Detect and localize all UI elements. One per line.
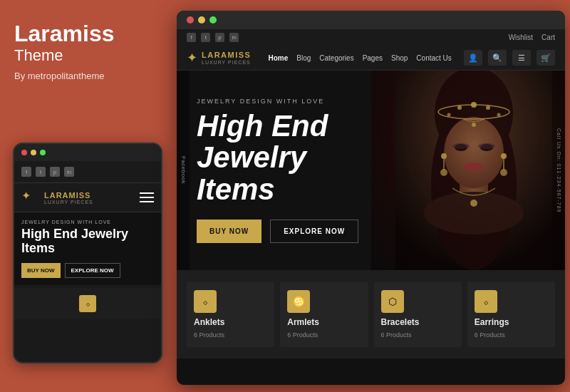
hero-label: JEWELRY DESIGN WITH LOVE [197, 98, 376, 105]
mobile-buy-button[interactable]: BUY NOW [21, 263, 61, 278]
mobile-hero-title: High End Jewelry Items [21, 227, 154, 256]
search-icon[interactable]: 🔍 [488, 50, 507, 66]
armlets-name: Armlets [287, 317, 319, 327]
mobile-logo-area: ✦ LARAMISS LUXURY PIECES [14, 183, 161, 212]
cart-icon[interactable]: 🛒 [537, 50, 555, 66]
desktop-dot-yellow [198, 16, 205, 24]
nav-categories[interactable]: Categories [319, 54, 353, 62]
nav-home[interactable]: Home [268, 54, 288, 62]
buy-now-button[interactable]: BUY NOW [197, 220, 261, 243]
mobile-explore-button[interactable]: EXPLORE NOW [65, 263, 120, 278]
hero-social-sidebar: Facebook [177, 71, 190, 270]
earrings-name: Earrings [475, 317, 509, 327]
nav-blog[interactable]: Blog [296, 54, 311, 62]
desktop-facebook-icon[interactable]: f [187, 33, 196, 42]
mobile-pinterest-icon: p [50, 167, 60, 177]
hero-image-inner [371, 71, 566, 270]
mobile-logo-name: LARAMISS [44, 191, 93, 200]
mobile-social-row: f t p in [21, 167, 74, 177]
user-icon[interactable]: 👤 [464, 50, 482, 66]
svg-point-14 [486, 105, 490, 110]
desktop-pinterest-icon[interactable]: p [215, 33, 224, 42]
svg-point-13 [457, 105, 462, 110]
mobile-category-bar: ⬦ [14, 288, 161, 319]
mobile-titlebar [14, 144, 161, 161]
anklets-count: 6 Products [194, 331, 224, 339]
hero-facebook-link[interactable]: Facebook [180, 156, 187, 184]
brand-title: Laramiss [14, 21, 157, 46]
desktop-nav-icons: 👤 🔍 ☰ 🛒 [464, 50, 555, 66]
svg-point-17 [472, 123, 476, 127]
nav-pages[interactable]: Pages [363, 54, 383, 62]
desktop-titlebar [177, 11, 565, 29]
svg-point-23 [500, 169, 507, 176]
desktop-twitter-icon[interactable]: t [201, 33, 210, 42]
desktop-logo-sub: LUXURY PIECES [202, 60, 251, 65]
mobile-twitter-icon: t [36, 167, 46, 177]
desktop-social-row: f t p in [187, 33, 239, 42]
armlets-count: 6 Products [287, 331, 318, 339]
svg-point-16 [497, 113, 501, 117]
svg-point-21 [501, 153, 507, 159]
desktop-logo-name: LARAMISS [202, 51, 251, 60]
desktop-logo-text-wrap: LARAMISS LUXURY PIECES [202, 51, 251, 65]
wishlist-link[interactable]: Wishlist [509, 33, 533, 41]
menu-icon[interactable]: ☰ [512, 50, 531, 66]
earrings-icon: ⬦ [475, 290, 497, 313]
svg-point-24 [470, 200, 477, 207]
desktop-nav-links: Home Blog Categories Pages Shop Contact … [268, 54, 454, 62]
category-anklets[interactable]: ⬦ Anklets 6 Products [187, 282, 274, 347]
mobile-linkedin-icon: in [64, 167, 74, 177]
mobile-mockup: f t p in ✦ LARAMISS LUXURY PIECES JEWELR… [13, 143, 162, 363]
mobile-facebook-icon: f [21, 167, 31, 177]
desktop-categories: ⬦ Anklets 6 Products ♋ Armlets 6 Product… [177, 270, 565, 359]
bracelets-count: 6 Products [381, 331, 412, 339]
svg-point-9 [478, 143, 495, 149]
mobile-hero-section: JEWELRY DESIGN WITH LOVE High End Jewelr… [14, 212, 161, 285]
category-earrings[interactable]: ⬦ Earrings 6 Products [467, 282, 555, 347]
anklets-name: Anklets [194, 317, 224, 327]
desktop-top-bar: f t p in Wishlist Cart [177, 29, 565, 46]
explore-now-button[interactable]: EXPLORE NOW [270, 220, 358, 243]
mobile-dot-green [40, 150, 46, 155]
mobile-hero-buttons: BUY NOW EXPLORE NOW [21, 263, 154, 278]
desktop-logo[interactable]: ✦ LARAMISS LUXURY PIECES [187, 50, 251, 66]
desktop-hero: Facebook JEWELRY DESIGN WITH LOVE High E… [177, 71, 565, 270]
nav-contact[interactable]: Contact Us [416, 54, 451, 62]
bracelets-icon: ⬡ [381, 290, 404, 313]
svg-point-8 [452, 143, 470, 149]
hero-content: JEWELRY DESIGN WITH LOVE High End Jewelr… [177, 71, 390, 270]
left-panel: Laramiss Theme By metropolitantheme f t … [0, 0, 171, 392]
desktop-dot-green [209, 16, 217, 24]
svg-point-12 [471, 102, 477, 108]
call-us-text: Call Us On: 011-234-567-789 [556, 128, 561, 212]
svg-point-20 [440, 169, 447, 176]
brand-by: By metropolitantheme [14, 71, 157, 81]
nav-shop[interactable]: Shop [391, 54, 408, 62]
desktop-linkedin-icon[interactable]: in [229, 33, 239, 42]
hero-sidebar-text: Call Us On: 011-234-567-789 [552, 71, 565, 270]
category-armlets[interactable]: ♋ Armlets 6 Products [280, 282, 368, 347]
desktop-dot-red [187, 16, 194, 24]
armlets-icon: ♋ [287, 290, 310, 313]
svg-point-18 [441, 153, 447, 159]
desktop-mockup: f t p in Wishlist Cart ✦ LARAMISS LUXURY… [177, 11, 565, 385]
mobile-hero-label: JEWELRY DESIGN WITH LOVE [21, 220, 154, 225]
mobile-dot-red [21, 150, 27, 155]
mobile-dot-yellow [31, 150, 36, 155]
cart-link[interactable]: Cart [542, 33, 555, 41]
hero-title-line2: Jewelry [197, 140, 306, 174]
hero-title-line1: High End [197, 109, 328, 143]
portrait-svg [395, 71, 552, 270]
mobile-social-nav: f t p in [14, 161, 161, 183]
mobile-hamburger-icon[interactable] [140, 192, 154, 202]
svg-point-5 [444, 117, 504, 188]
category-bracelets[interactable]: ⬡ Bracelets 6 Products [374, 282, 462, 347]
svg-point-10 [464, 163, 484, 171]
brand-subtitle: Theme [14, 46, 157, 65]
mobile-category-icon: ⬦ [79, 295, 96, 312]
svg-point-15 [447, 113, 451, 117]
desktop-top-links: Wishlist Cart [509, 33, 555, 41]
svg-point-4 [424, 192, 524, 234]
desktop-navbar: ✦ LARAMISS LUXURY PIECES Home Blog Categ… [177, 46, 565, 71]
